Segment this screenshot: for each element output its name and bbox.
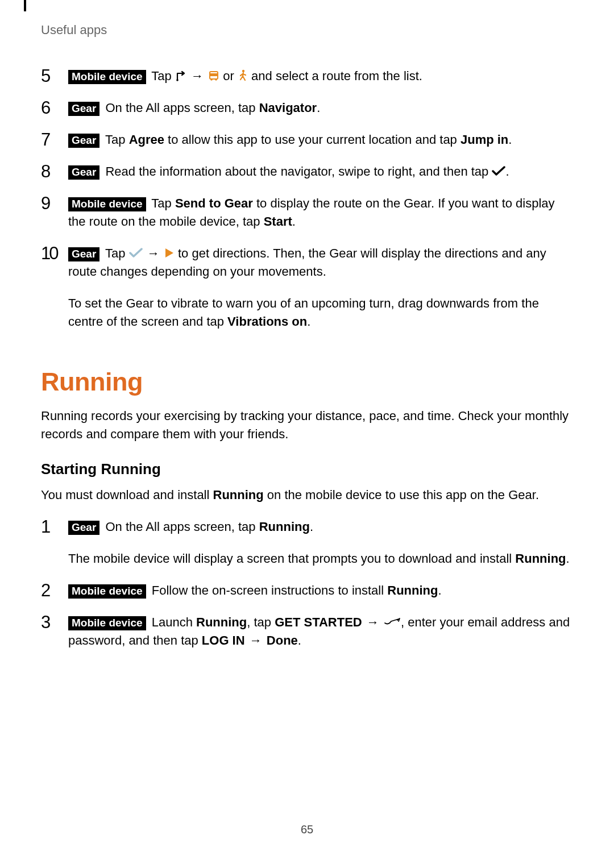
text: to allow this app to use your current lo… — [164, 132, 460, 147]
step-6: 6 Gear On the All apps screen, tap Navig… — [41, 99, 573, 117]
checkmark-icon — [492, 166, 505, 176]
gear-badge: Gear — [68, 165, 99, 180]
step-body: Gear On the All apps screen, tap Running… — [68, 518, 573, 536]
content-area: 5 Mobile device Tap → or and select a ro… — [41, 67, 573, 650]
running-label: Running — [387, 583, 438, 597]
start-label: Start — [264, 214, 292, 229]
step-body: Gear Tap → to get directions. Then, the … — [68, 244, 573, 281]
svg-rect-2 — [210, 73, 218, 76]
text: . — [566, 551, 570, 566]
mobile-device-badge: Mobile device — [68, 584, 146, 599]
text: Tap — [148, 196, 175, 210]
text: On the All apps screen, tap — [102, 101, 259, 115]
text: Read the information about the navigator… — [102, 164, 492, 178]
step-body: Gear Tap Agree to allow this app to use … — [68, 131, 573, 149]
text: . — [307, 314, 310, 329]
step-number: 6 — [41, 99, 68, 117]
vibrations-on-label: Vibrations on — [227, 314, 307, 329]
text: On the All apps screen, tap — [102, 520, 259, 534]
walking-person-icon — [238, 69, 248, 82]
jump-in-label: Jump in — [460, 132, 508, 147]
checkmark-blue-icon — [129, 248, 143, 258]
step-number: 9 — [41, 194, 68, 213]
running-label: Running — [196, 615, 247, 629]
text: Tap — [102, 132, 128, 147]
text: Tap — [148, 69, 175, 83]
text: . — [505, 164, 509, 178]
running-step-1: 1 Gear On the All apps screen, tap Runni… — [41, 518, 573, 536]
gear-badge: Gear — [68, 247, 99, 261]
text: . — [298, 633, 301, 647]
send-to-gear-label: Send to Gear — [175, 196, 253, 210]
step-body: Mobile device Tap → or and select a rout… — [68, 67, 573, 85]
swoosh-check-icon — [384, 617, 401, 626]
running-step-3: 3 Mobile device Launch Running, tap GET … — [41, 613, 573, 650]
mobile-device-badge: Mobile device — [68, 616, 146, 630]
page-number: 65 — [0, 823, 614, 836]
step-body: Mobile device Follow the on-screen instr… — [68, 582, 573, 600]
running-step-1-followup: The mobile device will display a screen … — [68, 550, 573, 568]
svg-point-3 — [210, 78, 213, 81]
step-10-followup: To set the Gear to vibrate to warn you o… — [68, 294, 573, 331]
page-section-header: Useful apps — [41, 23, 107, 38]
step-number: 3 — [41, 613, 68, 632]
text: or — [219, 69, 238, 83]
text: Follow the on-screen instructions to ins… — [148, 583, 388, 597]
running-label: Running — [213, 488, 264, 502]
text: . — [310, 520, 313, 534]
header-border-accent — [24, 0, 26, 11]
text: Launch — [148, 615, 196, 629]
navigator-label: Navigator — [259, 101, 317, 115]
step-7: 7 Gear Tap Agree to allow this app to us… — [41, 131, 573, 149]
running-intro: Running records your exercising by track… — [41, 407, 573, 443]
svg-point-4 — [215, 78, 217, 81]
page: Useful apps 5 Mobile device Tap → or and… — [0, 0, 614, 868]
play-icon — [164, 247, 175, 259]
log-in-label: LOG IN — [202, 633, 245, 647]
step-number: 8 — [41, 163, 68, 181]
mobile-device-badge: Mobile device — [68, 70, 146, 84]
done-label: Done — [267, 633, 298, 647]
arrow-right: → — [250, 632, 262, 650]
text: . — [292, 214, 296, 229]
text: . — [508, 132, 512, 147]
step-number: 7 — [41, 131, 68, 149]
step-9: 9 Mobile device Tap Send to Gear to disp… — [41, 194, 573, 231]
text: and select a route from the list. — [248, 69, 422, 83]
gear-badge: Gear — [68, 521, 99, 535]
step-8: 8 Gear Read the information about the na… — [41, 163, 573, 181]
text: Tap — [102, 246, 128, 260]
svg-point-0 — [176, 79, 179, 81]
step-10: 10 Gear Tap → to get directions. Then, t… — [41, 244, 573, 281]
step-body: Gear On the All apps screen, tap Navigat… — [68, 99, 573, 117]
step-body: Mobile device Launch Running, tap GET ST… — [68, 613, 573, 650]
running-heading: Running — [41, 367, 573, 397]
agree-label: Agree — [129, 132, 164, 147]
running-label: Running — [259, 520, 310, 534]
get-started-label: GET STARTED — [275, 615, 362, 629]
mobile-device-badge: Mobile device — [68, 197, 146, 211]
step-number: 2 — [41, 582, 68, 600]
step-body: Gear Read the information about the navi… — [68, 163, 573, 181]
starting-running-subhead: Starting Running — [41, 460, 573, 478]
text: The mobile device will display a screen … — [68, 551, 515, 566]
text: , tap — [247, 615, 275, 629]
step-5: 5 Mobile device Tap → or and select a ro… — [41, 67, 573, 85]
running-label: Running — [515, 551, 566, 566]
gear-badge: Gear — [68, 102, 99, 116]
step-body: Mobile device Tap Send to Gear to displa… — [68, 194, 573, 231]
route-icon — [175, 70, 186, 81]
step-number: 10 — [41, 244, 68, 263]
arrow-right: → — [191, 67, 204, 85]
arrow-right: → — [367, 613, 379, 632]
arrow-right: → — [147, 244, 160, 263]
step-number: 5 — [41, 67, 68, 85]
step-number: 1 — [41, 518, 68, 536]
gear-badge: Gear — [68, 134, 99, 148]
running-must-install: You must download and install Running on… — [41, 486, 573, 504]
text: . — [438, 583, 441, 597]
text: . — [317, 101, 320, 115]
svg-point-5 — [242, 70, 244, 72]
text: You must download and install — [41, 488, 213, 502]
bus-icon — [208, 70, 219, 81]
